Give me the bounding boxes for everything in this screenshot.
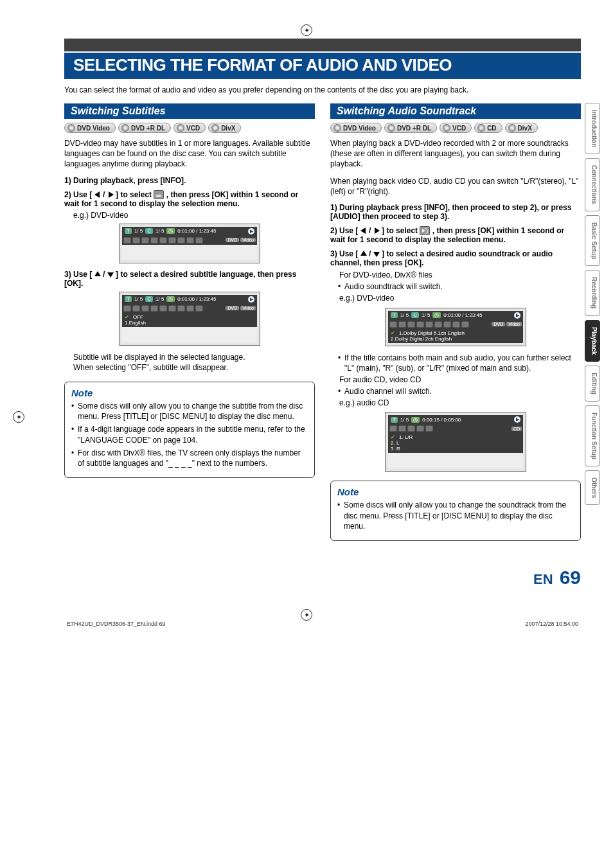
subtitle-osd-icon [154,190,164,199]
svg-marker-2 [94,271,101,276]
page-footer: EN 69 [64,567,581,589]
meta-right: 2007/12/28 10:54:00 [525,621,578,627]
footer-page-number: 69 [560,567,581,589]
right-step1: 1) During playback press [INFO], then pr… [330,203,581,221]
osd-option-off: OFF [125,314,254,320]
note-list: Some discs will only allow you to change… [71,401,308,468]
badge-dvd-rdl: DVD +R DL [118,123,171,133]
osd-option-r: 3. R [391,446,520,452]
meta-left: E7H42UD_DVDR3506-37_EN.indd 69 [67,621,166,627]
osd-option-dd51: 1.Dolby Digital 5.1ch English [391,330,520,336]
right-arrow-icon [373,227,380,234]
right-step3: 3) Use [ / ] to select a desired audio s… [330,249,581,267]
tab-others[interactable]: Others [585,470,600,505]
right-arrow-icon [107,191,114,198]
right-para2: When playing back video CD, audio CD you… [330,176,581,197]
note-heading: Note [71,387,308,398]
right-osd1: T1/ 5 C1/ 5 ◷0:01:00 / 1:23:45 ▶ DVDVide… [385,308,526,346]
badge-dvd-video: DVD Video [330,123,382,133]
right-column: Switching Audio Soundtrack DVD Video DVD… [330,103,581,541]
right-eg2: e.g.) audio CD [330,398,581,408]
osd-play-icon: ▶ [248,228,254,235]
registration-mark-bottom [301,609,312,621]
tab-connections[interactable]: Connections [585,158,600,211]
osd-chapter-count: 1/ 5 [155,228,164,234]
left-note-box: Note Some discs will only allow you to c… [64,382,315,478]
right-bullet1: Audio soundtrack will switch. [330,281,581,292]
svg-marker-1 [109,191,114,198]
right-disc-badges: DVD Video DVD +R DL VCD CD DivX [330,123,581,133]
up-arrow-icon [360,251,367,257]
osd-body-empty [122,245,257,260]
osd-top-bar: T 1/ 5 C 1/ 5 ◷ 0:01:00 / 1:23:45 ▶ [122,227,257,236]
svg-marker-4 [360,227,366,234]
left-osd2: T1/ 5 C1/ 5 ◷0:01:00 / 1:23:45 ▶ DVDVide… [119,292,260,346]
for-dvd-line: For DVD-video, DivX® files [330,270,581,280]
osd-audio-list: 1.Dolby Digital 5.1ch English 2.Dolby Di… [388,329,523,343]
footer-lang: EN [533,571,553,588]
tab-recording[interactable]: Recording [585,270,600,315]
osd-c-icon: C [145,228,153,234]
osd-mini-icon [123,237,131,244]
osd-title-count: 1/ 5 [134,228,143,234]
badge-dvd-video: DVD Video [64,123,116,133]
tab-function-setup[interactable]: Function Setup [585,405,600,466]
osd-option-dd2: 2.Dolby Digital 2ch English [391,336,520,342]
left-after-b: When selecting "OFF", subtitle will disa… [64,362,315,373]
intro-text: You can select the format of audio and v… [64,85,581,94]
note-heading: Note [337,486,574,497]
note-item: If a 4-digit language code appears in th… [71,424,308,445]
svg-marker-6 [360,251,367,256]
osd-icon-row: DVDVideo [122,304,257,313]
audio-osd-icon [420,226,430,235]
tab-playback[interactable]: Playback [585,320,600,362]
registration-mark-left [13,411,24,423]
right-para1: When playing back a DVD-video recorded w… [330,138,581,170]
left-step3: 3) Use [ / ] to select a desired subtitl… [64,270,315,288]
side-tabs: Introduction Connections Basic Setup Rec… [585,103,600,505]
osd-channel-list: 1. L/R 2. L 3. R [388,433,523,453]
svg-marker-7 [373,252,380,257]
header-band [64,39,581,51]
page: SELECTING THE FORMAT OF AUDIO AND VIDEO … [0,0,613,646]
osd-mode-label: Video [240,238,256,242]
note-item: For disc with DivX® files, the TV screen… [71,448,308,468]
osd-play-icon: ▶ [514,312,520,319]
right-note-box: Note Some discs will only allow you to c… [330,481,581,541]
left-heading: Switching Subtitles [64,103,315,119]
badge-vcd: VCD [440,123,472,133]
right-step2: 2) Use [ / ] to select , then press [OK]… [330,226,581,244]
left-arrow-icon [360,227,367,234]
registration-mark-top [301,24,312,36]
tab-basic-setup[interactable]: Basic Setup [585,215,600,266]
osd-icon-row: DVDVideo [122,236,257,245]
osd-t-icon: T [125,228,132,234]
right-eg1: e.g.) DVD-video [330,293,581,303]
page-title: SELECTING THE FORMAT OF AUDIO AND VIDEO [64,53,581,79]
note-item: Some discs will only allow you to change… [337,500,574,531]
tab-introduction[interactable]: Introduction [585,103,600,154]
badge-vcd: VCD [173,123,206,133]
svg-marker-3 [107,272,114,278]
left-column: Switching Subtitles DVD Video DVD +R DL … [64,103,315,541]
right-heading: Switching Audio Soundtrack [330,103,581,119]
right-osd2: T1/ 5 ◷0:00:15 / 0:05:00 ▶ CD 1. L/R 2. … [385,412,526,472]
left-step1: 1) During playback, press [INFO]. [64,176,315,185]
right-bullet3: Audio channel will switch. [330,386,581,396]
osd-option-lr: 1. L/R [391,434,520,440]
osd-clock-icon: ◷ [166,228,175,234]
osd-subtitle-list: OFF 1.English [122,313,257,327]
svg-marker-5 [375,227,380,234]
osd-play-icon: ▶ [248,296,254,303]
badge-dvd-rdl: DVD +R DL [384,123,437,133]
print-meta-footer: E7H42UD_DVDR3506-37_EN.indd 69 2007/12/2… [64,621,581,627]
note-item: Some discs will only allow you to change… [71,401,308,421]
tab-editing[interactable]: Editing [585,366,600,402]
svg-marker-0 [94,191,100,198]
left-after-a: Subtitle will be displayed in the select… [64,352,315,362]
left-disc-badges: DVD Video DVD +R DL VCD DivX [64,123,315,133]
osd-time: 0:01:00 / 1:23:45 [177,228,216,234]
badge-divx: DivX [505,123,538,133]
left-step2: 2) Use [ / ] to select , then press [OK]… [64,190,315,208]
left-para1: DVD-video may have subtitles in 1 or mor… [64,138,315,170]
